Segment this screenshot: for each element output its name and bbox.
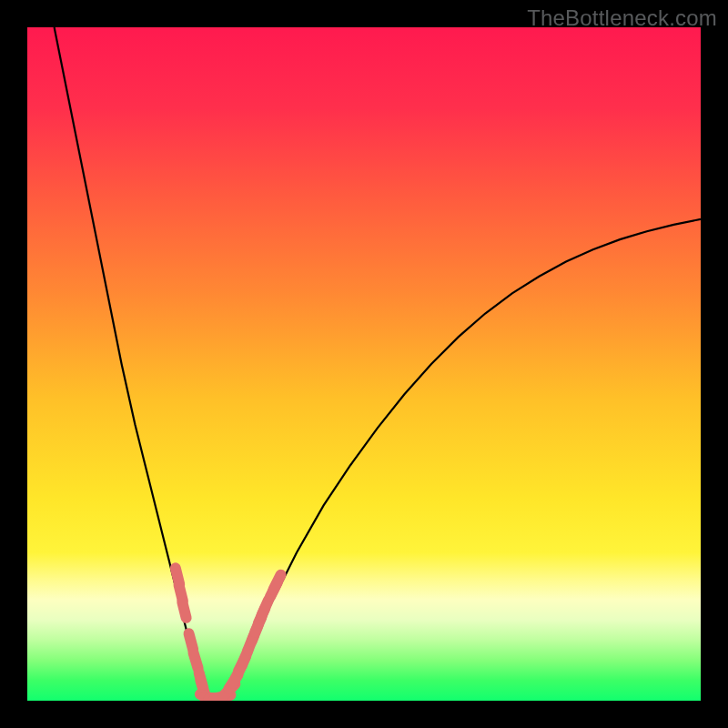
- data-marker: [182, 602, 186, 617]
- data-marker: [189, 633, 194, 649]
- data-marker: [274, 575, 281, 590]
- data-markers: [176, 568, 281, 700]
- curve-right-branch: [226, 219, 701, 697]
- data-marker: [193, 652, 197, 668]
- plot-area: [27, 27, 701, 701]
- curve-layer: [27, 27, 701, 701]
- chart-frame: TheBottleneck.com: [0, 0, 728, 728]
- watermark-text: TheBottleneck.com: [527, 5, 717, 31]
- data-marker: [262, 601, 268, 615]
